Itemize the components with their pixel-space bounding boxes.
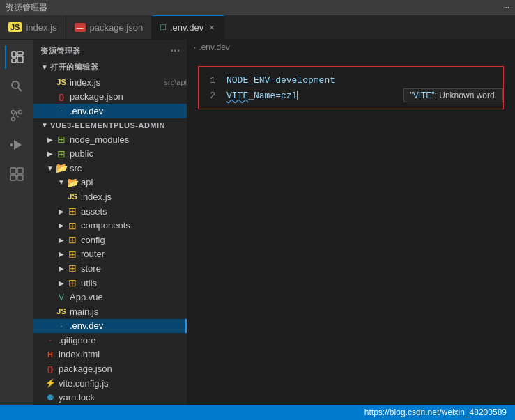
tab-bar: JS index.js — package.json □ .env.dev ✕: [0, 15, 515, 40]
open-editors-section[interactable]: ▼ 打开的编辑器: [33, 59, 187, 75]
svg-rect-10: [10, 143, 13, 146]
folder-label: router: [81, 249, 187, 259]
editor-content[interactable]: 1 NODE_ENV=development 2 VITE_Name=czl "…: [187, 55, 515, 405]
sidebar-header: 资源管理器 ⋯: [33, 40, 187, 59]
svg-rect-11: [10, 168, 16, 173]
js-icon: JS: [56, 77, 67, 88]
folder-arrow: ▶: [56, 208, 67, 215]
open-file-index-js[interactable]: JS index.js src\api: [33, 75, 187, 90]
tab-env-dev[interactable]: □ .env.dev ✕: [152, 15, 224, 39]
tree-store[interactable]: ▶ ⊞ store: [33, 261, 187, 276]
code-container: 1 NODE_ENV=development 2 VITE_Name=czl "…: [198, 66, 504, 109]
folder-icon: ⊞: [56, 148, 67, 160]
folder-arrow: ▶: [45, 150, 56, 157]
sidebar: 资源管理器 ⋯ ▼ 打开的编辑器 JS index.js src\api {} …: [33, 40, 187, 405]
tree-api[interactable]: ▼ 📂 api: [33, 176, 187, 190]
line-number-1: 1: [199, 75, 226, 86]
tree-node-modules[interactable]: ▶ ⊞ node_modules: [33, 132, 187, 147]
folder-label: src: [70, 163, 187, 173]
gitignore-icon: ·: [45, 334, 56, 345]
env-file-icon: □: [160, 22, 166, 33]
js-icon: JS: [56, 306, 67, 317]
tree-config[interactable]: ▶ ⊞ config: [33, 233, 187, 247]
activity-explorer[interactable]: [5, 45, 29, 69]
svg-point-8: [12, 118, 15, 121]
svg-rect-12: [17, 168, 23, 173]
activity-git[interactable]: [5, 104, 29, 127]
folder-arrow: ▶: [56, 265, 67, 272]
html-icon: H: [45, 349, 56, 360]
main-area: 资源管理器 ⋯ ▼ 打开的编辑器 JS index.js src\api {} …: [0, 40, 515, 405]
svg-line-5: [18, 88, 22, 91]
folder-icon: ⊞: [67, 220, 78, 231]
tree-package-json[interactable]: {} package.json: [33, 361, 187, 376]
folder-arrow: ▶: [56, 250, 67, 258]
tree-index-html[interactable]: H index.html: [33, 348, 187, 362]
open-file-env-dev[interactable]: · .env.dev: [33, 104, 187, 118]
js-file-icon: JS: [8, 22, 22, 32]
file-label: .env.dev: [70, 320, 185, 331]
tree-vite-config[interactable]: ⚡ vite.config.js: [33, 376, 187, 391]
folder-open-icon: 📂: [67, 177, 78, 188]
folder-icon: ⊞: [67, 277, 78, 288]
folder-arrow: ▶: [56, 236, 67, 244]
line-number-2: 2: [199, 91, 226, 101]
tree-router[interactable]: ▶ ⊞ router: [33, 247, 187, 262]
folder-label: store: [81, 263, 187, 274]
folder-arrow: ▼: [56, 178, 67, 186]
tree-yarn-lock[interactable]: ⚈ yarn.lock: [33, 390, 187, 405]
file-label: vite.config.js: [59, 378, 187, 389]
tab-label: index.js: [26, 22, 56, 33]
svg-point-7: [19, 111, 22, 114]
title-bar-more[interactable]: ⋯: [504, 2, 509, 13]
open-file-package-json[interactable]: {} package.json: [33, 90, 187, 104]
tree-gitignore[interactable]: · .gitignore: [33, 333, 187, 348]
svg-rect-3: [12, 59, 16, 63]
code-line-2: 2 VITE_Name=czl "VITE": Unknown word.: [199, 88, 503, 103]
tree-components[interactable]: ▶ ⊞ components: [33, 218, 187, 233]
code-line-1: 1 NODE_ENV=development: [199, 72, 503, 88]
tab-index-js[interactable]: JS index.js: [0, 15, 66, 39]
status-url: https://blog.csdn.net/weixin_48200589: [364, 407, 507, 417]
sidebar-more-icon[interactable]: ⋯: [170, 45, 180, 56]
file-label: index.js: [81, 192, 187, 202]
editor-breadcrumb: · .env.dev: [187, 40, 515, 55]
tab-label: package.json: [90, 22, 144, 33]
svg-rect-14: [17, 175, 23, 180]
folder-label: node_modules: [70, 134, 187, 145]
tree-assets[interactable]: ▶ ⊞ assets: [33, 204, 187, 219]
svg-rect-13: [10, 175, 16, 180]
folder-arrow: ▶: [56, 279, 67, 287]
activity-extensions[interactable]: [5, 162, 29, 186]
open-file-label: .env.dev: [70, 106, 187, 116]
json-icon: {}: [45, 364, 56, 375]
tree-main-js[interactable]: JS main.js: [33, 304, 187, 319]
file-label: main.js: [70, 306, 187, 317]
tree-app-vue[interactable]: V App.vue: [33, 290, 187, 304]
file-label: .gitignore: [59, 335, 187, 345]
folder-arrow: ▶: [56, 221, 67, 229]
title-bar-text: 资源管理器: [6, 2, 47, 14]
open-editors-label: 打开的编辑器: [50, 62, 98, 72]
tooltip-message: Unknown word.: [439, 91, 497, 100]
status-bar: https://blog.csdn.net/weixin_48200589: [0, 405, 515, 420]
tree-src[interactable]: ▼ 📂 src: [33, 161, 187, 176]
tab-close-button[interactable]: ✕: [208, 21, 215, 34]
folder-arrow: ▼: [45, 164, 56, 172]
tab-package-json[interactable]: — package.json: [66, 15, 153, 39]
tree-env-dev[interactable]: · .env.dev: [33, 319, 187, 334]
project-section[interactable]: ▼ VUE3-ELEMENTPLUS-ADMIN: [33, 118, 187, 132]
folder-arrow: ▶: [45, 136, 56, 143]
line-content-2: VITE_Name=czl: [226, 91, 395, 101]
yarn-icon: ⚈: [45, 392, 56, 403]
tree-public[interactable]: ▶ ⊞ public: [33, 146, 187, 161]
tree-utils[interactable]: ▶ ⊞ utils: [33, 276, 187, 290]
activity-search[interactable]: [5, 75, 29, 98]
folder-icon: ⊞: [67, 205, 78, 217]
tree-api-index-js[interactable]: JS index.js: [33, 189, 187, 204]
folder-icon: ⊞: [56, 134, 67, 145]
svg-marker-9: [14, 140, 22, 150]
text-cursor: [297, 91, 298, 100]
activity-debug[interactable]: [5, 133, 29, 157]
file-path: src\api: [164, 78, 187, 86]
